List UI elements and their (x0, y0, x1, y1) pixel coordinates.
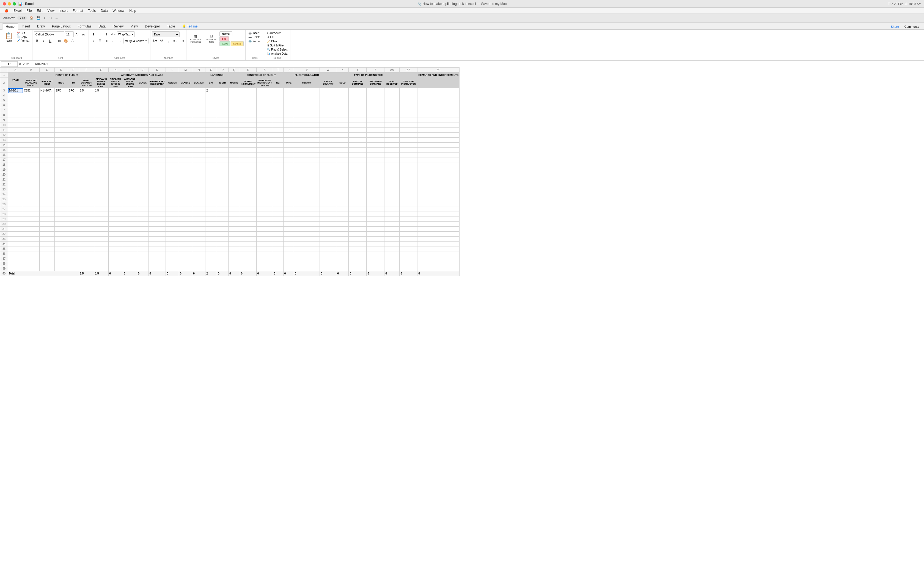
cell-K2[interactable]: ROTORCRAFT HELICOPTER (149, 77, 166, 88)
cell-I3[interactable] (123, 88, 137, 93)
cell-S40[interactable]: 0 (256, 271, 273, 276)
cell-Q1[interactable]: CONDITIONS OF FLIGHT (229, 73, 294, 77)
menu-insert[interactable]: Insert (57, 8, 70, 13)
cell-O2[interactable]: DAY (205, 77, 217, 88)
wrap-text-button[interactable]: Wrap Text ▼ (117, 31, 135, 37)
col-header-K[interactable]: K (149, 68, 166, 73)
col-header-V[interactable]: V (294, 68, 320, 73)
redo-btn[interactable]: ↪ (48, 16, 53, 20)
col-header-P[interactable]: P (217, 68, 229, 73)
increase-indent-btn[interactable]: → (117, 38, 123, 44)
cell-V40[interactable]: 0 (294, 271, 320, 276)
font-size-input[interactable] (65, 31, 74, 37)
font-name-input[interactable] (34, 31, 65, 37)
autosave-toggle[interactable]: ● off (17, 16, 27, 20)
row-num-2[interactable]: 2 (0, 77, 8, 88)
cell-G40[interactable]: 1.5 (94, 271, 108, 276)
align-center-btn[interactable]: ☰ (97, 38, 103, 44)
cell-Q40[interactable]: 0 (229, 271, 240, 276)
cell-AB3[interactable] (400, 88, 417, 93)
menu-window[interactable]: Window (111, 8, 127, 13)
row-num-1[interactable]: 1 (0, 73, 8, 77)
menu-excel[interactable]: Excel (11, 8, 24, 13)
formula-cancel-btn[interactable]: ✕ (19, 62, 21, 66)
cell-X40[interactable]: 0 (336, 271, 349, 276)
cell-F3[interactable]: 1.5 (79, 88, 94, 93)
cell-AB2[interactable]: AS FLIGHT INSTRUCTOR (400, 77, 417, 88)
cell-T40[interactable]: 0 (273, 271, 283, 276)
close-button[interactable] (3, 2, 6, 5)
cell-E3[interactable]: SFO (68, 88, 79, 93)
sheet-scroll[interactable]: A B C D E F G H I J K L M N O P Q (0, 67, 924, 577)
cell-Y2[interactable]: PILOT IN COMMAND (349, 77, 367, 88)
save-btn[interactable]: 💾 (36, 16, 42, 20)
share-btn[interactable]: Share (888, 24, 901, 29)
col-header-A[interactable]: A (8, 68, 23, 73)
indent-btn[interactable]: ab→ (110, 31, 116, 37)
decrease-decimal-btn[interactable]: ←.0 (178, 38, 184, 44)
tab-page-layout[interactable]: Page Layout (48, 23, 74, 29)
style-neutral[interactable]: Neutral (231, 41, 244, 46)
col-header-G[interactable]: G (94, 68, 108, 73)
tab-table[interactable]: Table (164, 23, 179, 29)
delete-cells-button[interactable]: ➖ Delete (247, 35, 262, 39)
clear-button[interactable]: 🧹 Clear (266, 40, 279, 43)
conditional-formatting-button[interactable]: ▦ Conditional Formatting (188, 33, 203, 44)
style-normal[interactable]: Normal (220, 31, 233, 36)
home-btn[interactable]: 🏠 (28, 16, 34, 20)
cell-AC2[interactable] (417, 77, 460, 88)
cell-N2[interactable]: BLANK 3 (192, 77, 205, 88)
italic-button[interactable]: I (41, 38, 47, 44)
menu-format[interactable]: Format (70, 8, 85, 13)
cell-AC3[interactable] (417, 88, 460, 93)
menu-view[interactable]: View (45, 8, 57, 13)
paste-button[interactable]: 📋 Paste (3, 31, 15, 43)
col-header-H[interactable]: H (108, 68, 123, 73)
font-color-button[interactable]: A (69, 38, 76, 44)
col-header-Y[interactable]: Y (349, 68, 367, 73)
cell-Y3[interactable] (349, 88, 367, 93)
tab-developer[interactable]: Developer (141, 23, 164, 29)
minimize-button[interactable] (8, 2, 11, 5)
cell-AC40[interactable]: 0 (417, 271, 460, 276)
align-bottom-btn[interactable]: ⬇ (104, 31, 110, 37)
increase-decimal-btn[interactable]: .0→ (172, 38, 178, 44)
cell-AC1[interactable]: REMARKS AND ENDORSEMENTS (417, 73, 460, 77)
number-format-select[interactable]: Date General Number Currency Accounting … (152, 31, 179, 37)
cell-I40[interactable]: 0 (123, 271, 137, 276)
formula-input[interactable] (34, 61, 923, 67)
col-header-X[interactable]: X (336, 68, 349, 73)
align-top-btn[interactable]: ⬆ (90, 31, 97, 37)
cell-U3[interactable] (283, 88, 294, 93)
cell-J2[interactable]: BLANK (137, 77, 149, 88)
cell-C3[interactable]: N146WA (40, 88, 55, 93)
cell-Q3[interactable] (229, 88, 240, 93)
cell-N40[interactable]: 0 (192, 271, 205, 276)
cell-L3[interactable] (166, 88, 179, 93)
cell-M3[interactable] (179, 88, 192, 93)
cell-Z40[interactable]: 0 (367, 271, 384, 276)
cell-O1[interactable]: LANDINGS (205, 73, 229, 77)
cell-H2[interactable]: AIRPLANE SINGLE-ENGINE SEA (108, 77, 123, 88)
cell-W2[interactable]: CROSS COUNTRY (320, 77, 336, 88)
cell-V1[interactable]: FLIGHT SIMULATOR (294, 73, 320, 77)
cell-AA2[interactable]: DUAL RECEIVED (384, 77, 400, 88)
fill-button[interactable]: ⬇ Fill (266, 35, 275, 39)
underline-button[interactable]: U (47, 38, 53, 44)
cell-H40[interactable]: 0 (108, 271, 123, 276)
row-num-40[interactable]: 40 (0, 271, 8, 276)
formula-confirm-btn[interactable]: ✓ (23, 62, 25, 66)
analyse-data-button[interactable]: 📊 Analyse Data (266, 52, 289, 55)
cell-P2[interactable]: NIGHT (217, 77, 229, 88)
cell-O3[interactable]: 2 (205, 88, 217, 93)
insert-cells-button[interactable]: ➕ Insert (247, 31, 260, 35)
tab-draw[interactable]: Draw (34, 23, 48, 29)
cell-R40[interactable]: 0 (240, 271, 256, 276)
decrease-font-btn[interactable]: A↓ (81, 31, 87, 37)
cell-P3[interactable] (217, 88, 229, 93)
cell-F2[interactable]: TOTAL DURATION OF FLIGHT (79, 77, 94, 88)
col-header-Q[interactable]: Q (229, 68, 240, 73)
tab-review[interactable]: Review (109, 23, 127, 29)
row-num-3[interactable]: 3 (0, 88, 8, 93)
col-header-N[interactable]: N (192, 68, 205, 73)
